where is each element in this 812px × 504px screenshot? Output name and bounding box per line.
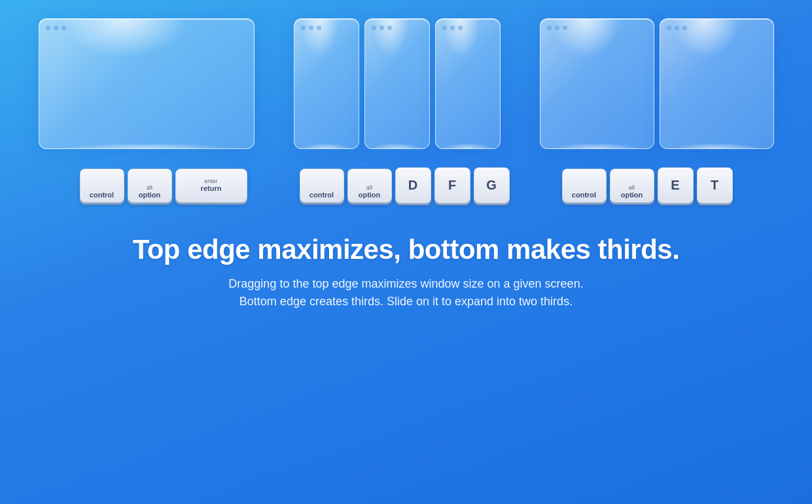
dot-1 (372, 25, 376, 30)
shortcut-group-3: control alt option E T (562, 167, 733, 203)
window-tall-1 (294, 18, 359, 149)
key-option-2-label: option (359, 192, 381, 199)
window-group-single (39, 18, 255, 149)
key-enter-inner: enter return (201, 178, 222, 192)
window-dots (372, 25, 392, 30)
windows-row (0, 18, 812, 149)
key-t-label: T (711, 178, 718, 193)
window-dots (442, 25, 463, 30)
key-return-label: return (201, 185, 222, 192)
window-tall-2 (364, 18, 430, 149)
window-tall-3 (435, 18, 501, 149)
dot-1 (301, 25, 306, 30)
dot-2 (555, 25, 559, 30)
key-option-1: alt option (128, 169, 172, 203)
window-group-triple (294, 18, 501, 149)
dot-2 (380, 25, 384, 30)
dot-2 (309, 25, 313, 30)
dot-1 (442, 25, 447, 30)
key-option-2: alt option (347, 169, 392, 203)
dot-3 (387, 25, 392, 30)
window-dots (46, 25, 66, 30)
key-control-1: control (80, 169, 124, 203)
dot-2 (54, 25, 58, 30)
key-e-label: E (671, 178, 679, 193)
headline: Top edge maximizes, bottom makes thirds. (133, 235, 680, 265)
key-control-2-label: control (309, 192, 334, 199)
dot-1 (667, 25, 671, 30)
dot-2 (450, 25, 455, 30)
key-enter-1: enter return (175, 169, 247, 203)
key-alt-2-label: alt (366, 185, 373, 191)
key-d-label: D (408, 178, 417, 193)
key-control-1-label: control (90, 192, 114, 199)
key-option-3: alt option (610, 169, 654, 203)
shortcuts-row: control alt option enter return control … (0, 167, 812, 203)
subtext: Dragging to the top edge maximizes windo… (161, 275, 652, 311)
key-d: D (395, 167, 431, 203)
key-alt-1-label: alt (147, 185, 153, 191)
dot-3 (682, 25, 687, 30)
subtext-content: Dragging to the top edge maximizes windo… (228, 277, 583, 308)
key-enter-top-label: enter (204, 178, 218, 184)
key-control-3-label: control (572, 192, 596, 199)
dot-1 (547, 25, 552, 30)
key-option-3-label: option (621, 192, 643, 199)
dot-3 (458, 25, 463, 30)
key-t: T (697, 167, 733, 203)
window-wide-2 (660, 18, 774, 149)
key-f-label: F (448, 178, 456, 193)
key-f: F (434, 167, 470, 203)
key-control-3: control (562, 169, 607, 203)
key-g-label: G (486, 178, 497, 193)
window-single (39, 18, 255, 149)
shortcut-group-1: control alt option enter return (80, 169, 247, 203)
key-e: E (658, 167, 694, 203)
dot-3 (563, 25, 567, 30)
window-dots (667, 25, 687, 30)
key-option-1-label: option (139, 192, 161, 199)
shortcut-group-2: control alt option D F G (300, 167, 510, 203)
key-control-2: control (300, 169, 344, 203)
key-alt-3-label: alt (629, 185, 635, 191)
window-dots (547, 25, 567, 30)
window-dots (301, 25, 321, 30)
window-wide-1 (540, 18, 654, 149)
key-g: G (474, 167, 510, 203)
dot-3 (317, 25, 321, 30)
text-section: Top edge maximizes, bottom makes thirds.… (80, 235, 732, 311)
window-group-double (540, 18, 774, 149)
dot-3 (62, 25, 66, 30)
dot-2 (675, 25, 679, 30)
dot-1 (46, 25, 50, 30)
